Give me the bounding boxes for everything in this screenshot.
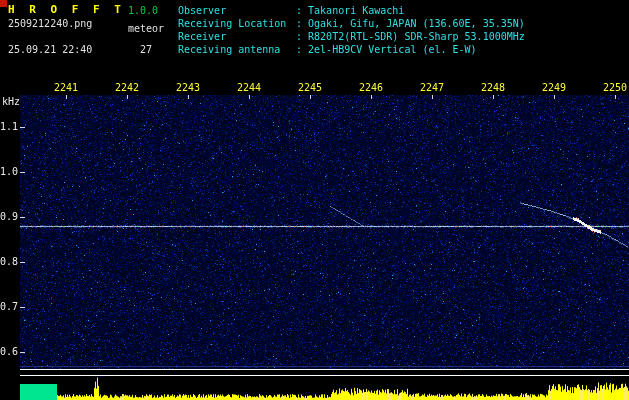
- mode-label: meteor: [128, 23, 164, 34]
- app-version: 1.0.0: [128, 5, 158, 16]
- info-label: Observer: [178, 4, 296, 17]
- info-label: Receiver: [178, 30, 296, 43]
- info-row-antenna: Receiving antenna: 2el-HB9CV Vertical (e…: [178, 43, 525, 56]
- hrofft-window: H R O F F T 1.0.0 2509212240.png meteor …: [0, 0, 629, 400]
- x-tick-label: 2244: [236, 82, 262, 93]
- colon-separator: :: [296, 30, 308, 43]
- y-tick-label: 0.6: [0, 346, 16, 357]
- colon-separator: :: [296, 43, 308, 56]
- y-tick-label: 1.1: [0, 121, 16, 132]
- x-tick-label: 2246: [358, 82, 384, 93]
- x-tick-label: 2243: [175, 82, 201, 93]
- colon-separator: :: [296, 4, 308, 17]
- y-tick-label: 0.8: [0, 256, 16, 267]
- x-tick-label: 2247: [419, 82, 445, 93]
- info-value: 2el-HB9CV Vertical (el. E-W): [308, 43, 477, 56]
- y-tick-label: 0.7: [0, 301, 16, 312]
- station-info: Observer: Takanori Kawachi Receiving Loc…: [178, 4, 525, 56]
- y-axis-unit: kHz: [2, 96, 24, 107]
- x-tick-label: 2241: [53, 82, 79, 93]
- x-tick-label: 2249: [541, 82, 567, 93]
- info-value: Takanori Kawachi: [308, 4, 404, 17]
- x-tick-label: 2245: [297, 82, 323, 93]
- x-tick-label: 2250: [602, 82, 628, 93]
- info-row-location: Receiving Location: Ogaki, Gifu, JAPAN (…: [178, 17, 525, 30]
- y-tick-label: 0.9: [0, 211, 16, 222]
- echo-count: 27: [140, 44, 152, 55]
- spectrogram-canvas: [0, 0, 629, 400]
- info-row-observer: Observer: Takanori Kawachi: [178, 4, 525, 17]
- app-title: H R O F F T: [8, 4, 125, 15]
- info-row-receiver: Receiver: R820T2(RTL-SDR) SDR-Sharp 53.1…: [178, 30, 525, 43]
- timestamp-label: 25.09.21 22:40: [8, 44, 92, 55]
- x-tick-label: 2242: [114, 82, 140, 93]
- info-label: Receiving Location: [178, 17, 296, 30]
- colon-separator: :: [296, 17, 308, 30]
- x-tick-label: 2248: [480, 82, 506, 93]
- info-value: Ogaki, Gifu, JAPAN (136.60E, 35.35N): [308, 17, 525, 30]
- red-corner-marker: [0, 0, 7, 7]
- y-tick-label: 1.0: [0, 166, 16, 177]
- output-filename: 2509212240.png: [8, 18, 92, 29]
- info-label: Receiving antenna: [178, 43, 296, 56]
- info-value: R820T2(RTL-SDR) SDR-Sharp 53.1000MHz: [308, 30, 525, 43]
